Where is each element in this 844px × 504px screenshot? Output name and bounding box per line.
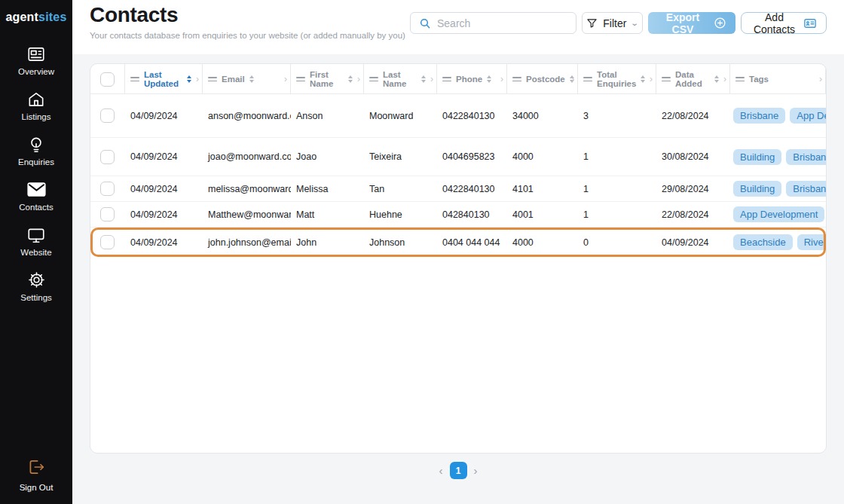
- cell-tags: BeachsideRiverfront: [730, 234, 826, 250]
- drag-handle-icon[interactable]: [512, 77, 521, 82]
- search-box[interactable]: [410, 12, 576, 34]
- contacts-table: Last Updated › Email › First Name ›: [90, 63, 827, 454]
- column-label: First Name: [310, 70, 344, 88]
- drag-handle-icon[interactable]: [130, 77, 139, 82]
- table-row[interactable]: 04/09/2024 Matthew@moonward... Matt Hueh…: [90, 201, 826, 227]
- tag-pill: Building: [733, 181, 781, 197]
- column-header-data-added[interactable]: Data Added ›: [656, 64, 730, 94]
- column-label: Phone: [456, 75, 482, 84]
- sort-icon[interactable]: [421, 75, 426, 83]
- sidebar-item-settings[interactable]: Settings: [0, 264, 72, 309]
- row-checkbox-cell: [90, 108, 125, 123]
- sidebar-item-label: Enquiries: [18, 157, 54, 166]
- sidebar-item-enquiries[interactable]: Enquiries: [0, 128, 72, 173]
- drag-handle-icon[interactable]: [583, 77, 592, 82]
- next-page-icon[interactable]: ›: [474, 464, 478, 477]
- table-row[interactable]: 04/09/2024 joao@moonward.co... Joao Teix…: [90, 137, 826, 176]
- table-row[interactable]: 04/09/2024 melissa@moonward.... Melissa …: [90, 176, 826, 201]
- row-checkbox[interactable]: [100, 108, 115, 123]
- row-checkbox[interactable]: [100, 207, 115, 221]
- sort-icon[interactable]: [187, 75, 191, 83]
- drag-handle-icon[interactable]: [442, 77, 451, 82]
- cell-postcode: 4001: [507, 209, 578, 220]
- row-checkbox[interactable]: [100, 150, 115, 164]
- cell-phone: 0422840130: [437, 184, 507, 194]
- add-contacts-button[interactable]: Add Contacts: [741, 12, 827, 34]
- column-resize-icon[interactable]: ›: [357, 74, 360, 84]
- logo-text-agent: agent: [5, 11, 38, 23]
- column-header-total-enquiries[interactable]: Total Enquiries ›: [578, 64, 656, 94]
- column-resize-icon[interactable]: ›: [571, 74, 574, 84]
- row-checkbox-cell: [90, 235, 125, 249]
- select-all-checkbox[interactable]: [100, 72, 115, 87]
- filter-button[interactable]: Filter ⌄: [582, 12, 643, 34]
- drag-handle-icon[interactable]: [208, 77, 217, 82]
- table-row[interactable]: 04/09/2024 anson@moonward.c... Anson Moo…: [90, 94, 826, 137]
- cell-last-name: Johnson: [364, 237, 437, 248]
- sort-icon[interactable]: [348, 75, 353, 83]
- row-checkbox[interactable]: [100, 235, 115, 249]
- sidebar-item-listings[interactable]: Listings: [0, 83, 72, 128]
- row-checkbox-cell: [90, 207, 125, 221]
- column-header-last-name[interactable]: Last Name ›: [364, 64, 437, 94]
- search-input[interactable]: [437, 17, 573, 29]
- monitor-icon: [26, 225, 47, 245]
- column-header-last-updated[interactable]: Last Updated ›: [125, 64, 203, 94]
- cell-postcode: 4101: [507, 184, 578, 194]
- tag-pill: Brisbane: [786, 181, 826, 197]
- cell-last-updated: 04/09/2024: [125, 209, 203, 220]
- column-header-postcode[interactable]: Postcode ›: [507, 64, 578, 94]
- column-header-first-name[interactable]: First Name ›: [291, 64, 364, 94]
- export-csv-button[interactable]: Export CSV: [648, 12, 735, 34]
- row-checkbox-cell: [90, 182, 125, 196]
- cell-email: john.johnson@email.c...: [203, 237, 291, 248]
- toolbar: Filter ⌄ Export CSV Add Contacts: [410, 12, 827, 34]
- sidebar-item-label: Overview: [18, 67, 54, 76]
- sort-icon[interactable]: [249, 75, 254, 83]
- cell-total-enquiries: 1: [578, 209, 656, 220]
- cell-first-name: Anson: [291, 111, 364, 121]
- column-resize-icon[interactable]: ›: [284, 74, 287, 84]
- drag-handle-icon[interactable]: [296, 77, 305, 82]
- cell-total-enquiries: 1: [578, 184, 656, 194]
- column-resize-icon[interactable]: ›: [500, 74, 503, 84]
- column-resize-icon[interactable]: ›: [430, 74, 433, 84]
- cell-email: Matthew@moonward...: [203, 209, 291, 220]
- app-logo[interactable]: agentsites: [5, 11, 66, 24]
- sidebar-item-website[interactable]: Website: [0, 218, 72, 264]
- column-header-phone[interactable]: Phone ›: [437, 64, 507, 94]
- cell-tags: App Development: [730, 206, 826, 222]
- row-checkbox[interactable]: [100, 182, 115, 196]
- add-contacts-label: Add Contacts: [751, 11, 798, 35]
- row-checkbox-cell: [90, 150, 125, 164]
- sign-out-button[interactable]: Sign Out: [20, 457, 54, 492]
- header-checkbox-cell: [90, 64, 125, 94]
- column-header-email[interactable]: Email ›: [203, 64, 291, 94]
- drag-handle-icon[interactable]: [662, 77, 671, 82]
- column-label: Postcode: [526, 75, 565, 84]
- search-icon: [419, 17, 431, 29]
- column-resize-icon[interactable]: ›: [723, 74, 726, 84]
- column-header-tags[interactable]: Tags ›: [730, 64, 826, 94]
- sort-icon[interactable]: [641, 75, 645, 83]
- chevron-down-icon: ⌄: [631, 19, 640, 27]
- tag-pill: Brisbane: [786, 149, 826, 165]
- column-resize-icon[interactable]: ›: [650, 74, 653, 84]
- cell-first-name: Joao: [291, 151, 364, 162]
- cell-postcode: 34000: [507, 111, 578, 121]
- drag-handle-icon[interactable]: [369, 77, 378, 82]
- tag-pill: Beachside: [733, 234, 793, 250]
- table-row[interactable]: 04/09/2024 john.johnson@email.c... John …: [90, 227, 826, 257]
- sort-icon[interactable]: [487, 75, 491, 83]
- top-bar: Contacts Your contacts database from enq…: [72, 0, 844, 54]
- drag-handle-icon[interactable]: [735, 77, 745, 82]
- sidebar-item-contacts[interactable]: Contacts: [0, 173, 72, 218]
- cell-tags: BuildingBrisbane: [730, 149, 826, 165]
- prev-page-icon[interactable]: ‹: [439, 464, 443, 477]
- current-page-button[interactable]: 1: [450, 462, 467, 479]
- sort-icon[interactable]: [714, 75, 719, 83]
- column-resize-icon[interactable]: ›: [196, 74, 199, 84]
- sidebar-item-label: Website: [20, 248, 51, 257]
- column-resize-icon[interactable]: ›: [819, 74, 822, 84]
- sidebar-item-overview[interactable]: Overview: [0, 38, 72, 83]
